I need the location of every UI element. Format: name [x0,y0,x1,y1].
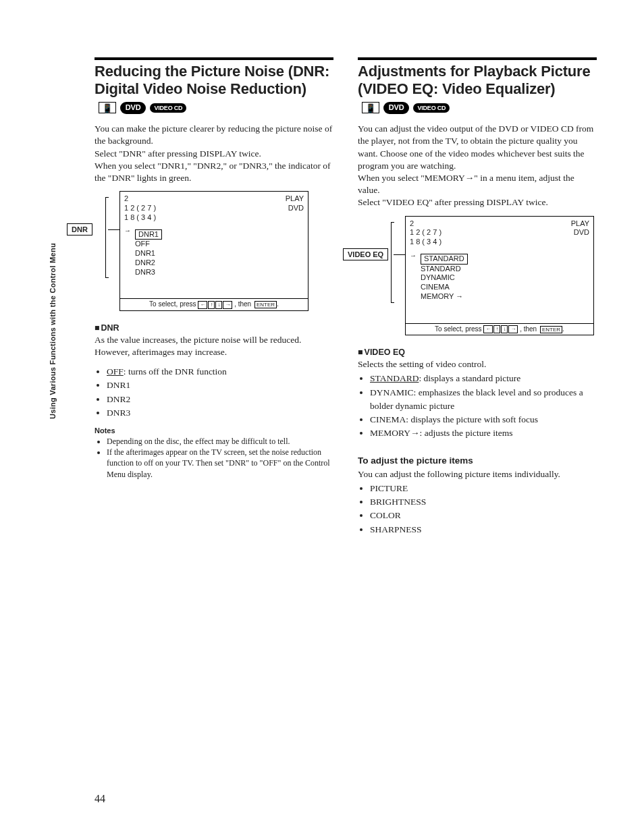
content-columns: Reducing the Picture Noise (DNR: Digital… [95,57,597,543]
osd-status: PLAY DVD [571,219,589,247]
videoeq-intro: You can adjust the video output of the D… [358,123,597,209]
osd-footer-pre: To select, press [149,300,198,308]
osd-play: PLAY [571,219,589,229]
enter-key-icon: ENTER [254,301,277,308]
list-item: BRIGHTNESS [370,495,597,509]
title-text: Reducing the Picture Noise (DNR: Digital… [95,63,329,97]
osd-media: DVD [286,204,304,213]
osd-footer: To select, press ←↑↓→ , then ENTER. [405,324,594,335]
note-item: If the afterimages appear on the TV scre… [107,447,333,480]
enter-key-icon: ENTER [540,326,562,333]
list-item: DYNAMIC: emphasizes the black level and … [370,386,597,414]
dnr-osd-diagram: DNR → 2 1 2 ( 2 7 ) 1 8 ( 3 4 ) PLAY DVD [119,191,308,310]
osd-side-label: VIDEO EQ [343,248,388,260]
section-title-dnr: Reducing the Picture Noise (DNR: Digital… [95,63,333,116]
osd-item: DYNAMIC [421,273,589,283]
list-item: DNR3 [107,406,333,420]
list-item: DNR2 [107,393,333,406]
osd-item: DNR1 [135,229,162,240]
list-item: OFF: turns off the DNR function [107,365,333,379]
osd-item: CINEMA [421,283,589,292]
dnr-sub-desc: As the value increases, the picture nois… [95,334,333,358]
media-badges: 📱 DVD VIDEO CD [99,102,186,113]
dnr-intro: You can make the picture clearer by redu… [95,123,333,184]
osd-footer-pre: To select, press [435,325,483,333]
osd-item: DNR2 [135,258,304,268]
osd-status: PLAY DVD [286,194,304,222]
osd-footer: To select, press ←↑↓→ , then ENTER. [119,299,308,310]
osd-media: DVD [571,228,589,238]
notes-list: Depending on the disc, the effect may be… [95,436,333,480]
osd-pointer-icon: → [124,227,131,234]
arrow-keys-icon: ←↑↓→ [483,325,518,333]
osd-item: DNR1 [135,249,304,258]
osd-item: STANDARD [421,254,468,265]
remote-icon: 📱 [99,102,116,113]
section-rule [358,57,597,60]
vcd-badge: VIDEO CD [413,103,450,113]
osd-side-label: DNR [67,223,92,235]
right-column: Adjustments for Playback Picture (VIDEO … [358,57,597,543]
vcd-badge: VIDEO CD [150,103,186,113]
manual-page: Using Various Functions with the Control… [0,0,644,832]
list-item: SHARPNESS [370,523,597,536]
dvd-badge: DVD [120,102,146,113]
osd-item-list: STANDARD STANDARD DYNAMIC CINEMA MEMORY … [410,254,589,302]
side-tab-label: Using Various Functions with the Control… [49,243,57,419]
dnr-option-list: OFF: turns off the DNR function DNR1 DNR… [95,365,333,420]
osd-item-list: DNR1 OFF DNR1 DNR2 DNR3 [124,229,304,277]
title-text: Adjustments for Playback Picture (VIDEO … [358,63,590,97]
adjust-heading: To adjust the picture items [358,455,597,466]
osd-counters: 2 1 2 ( 2 7 ) 1 8 ( 3 4 ) [410,219,441,247]
osd-pointer-icon: → [410,252,417,259]
dnr-subhead: DNR [95,323,333,333]
videoeq-option-list: STANDARD: displays a standard picture DY… [358,372,597,440]
section-rule [95,57,333,60]
osd-item: OFF [135,240,304,249]
remote-icon: 📱 [362,102,379,113]
media-badges: 📱 DVD VIDEO CD [362,102,450,113]
osd-counters: 2 1 2 ( 2 7 ) 1 8 ( 3 4 ) [124,194,156,222]
osd-item: STANDARD [421,265,589,274]
arrow-keys-icon: ←↑↓→ [198,301,232,309]
left-column: Reducing the Picture Noise (DNR: Digital… [95,57,333,543]
dvd-badge: DVD [383,102,410,113]
section-title-videoeq: Adjustments for Playback Picture (VIDEO … [358,63,597,116]
list-item: MEMORY→: adjusts the picture items [370,426,597,440]
list-item: CINEMA: displays the picture with soft f… [370,413,597,426]
osd-footer-post: , then [234,300,253,308]
page-number: 44 [95,793,105,805]
osd-item: MEMORY → [421,292,589,302]
videoeq-osd-diagram: VIDEO EQ → 2 1 2 ( 2 7 ) 1 8 ( 3 4 ) PLA… [405,216,594,335]
videoeq-sub-desc: Selects the setting of video control. [358,358,597,370]
note-item: Depending on the disc, the effect may be… [107,436,333,447]
videoeq-subhead: VIDEO EQ [358,348,597,357]
osd-item: DNR3 [135,268,304,277]
osd-play: PLAY [286,194,304,204]
list-item: STANDARD: displays a standard picture [370,372,597,385]
list-item: COLOR [370,509,597,522]
list-item: DNR1 [107,379,333,392]
adjust-desc: You can adjust the following picture ite… [358,468,597,480]
osd-footer-post: , then [520,325,539,333]
adjust-item-list: PICTURE BRIGHTNESS COLOR SHARPNESS [358,482,597,536]
list-item: PICTURE [370,482,597,495]
notes-heading: Notes [95,426,333,435]
